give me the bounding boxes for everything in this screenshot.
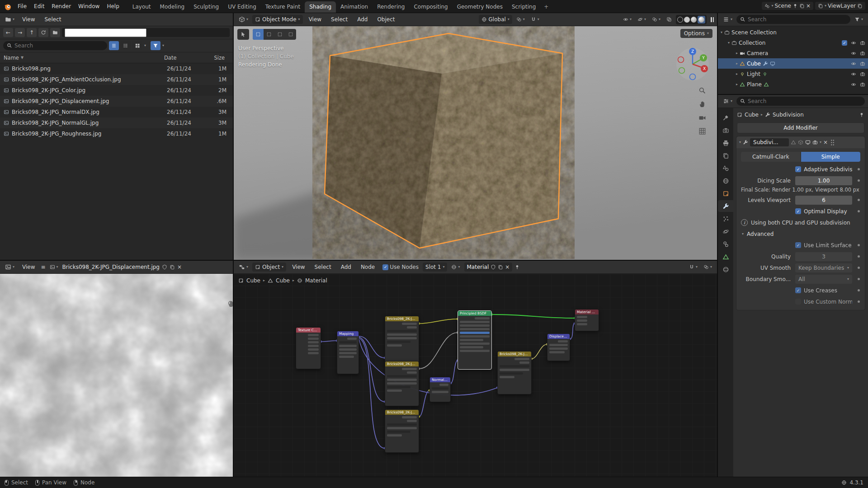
outliner-row-scene-collection[interactable]: ▾ Scene Collection	[718, 27, 868, 38]
column-size[interactable]: Size	[203, 55, 229, 61]
simple-button[interactable]: Simple	[801, 152, 861, 162]
animate-dot[interactable]	[858, 199, 860, 201]
node-principled-bsdf[interactable]: Principled BSDF	[458, 310, 492, 370]
disable-render-icon[interactable]	[860, 61, 865, 66]
animate-dot[interactable]	[858, 289, 860, 291]
select-mode-invert[interactable]	[285, 29, 296, 40]
gizmos-dropdown[interactable]: ▾	[636, 15, 648, 23]
unlink-material-icon[interactable]: ×	[505, 264, 509, 270]
add-workspace-button[interactable]: +	[540, 1, 552, 13]
file-row[interactable]: Bricks098_2K-JPG_AmbientOcclusion.jpg 26…	[0, 74, 233, 85]
boundary-smooth-select[interactable]: All ▾	[795, 275, 852, 284]
shading-rendered-button[interactable]	[698, 16, 705, 23]
disable-render-icon[interactable]	[860, 71, 865, 77]
levels-viewport-value[interactable]: 6	[795, 196, 852, 205]
file-list[interactable]: Bricks098.png 26/11/24 1M Bricks098_2K-J…	[0, 63, 233, 260]
use-creases-checkbox[interactable]: ✓	[795, 287, 801, 293]
pin-icon[interactable]	[514, 264, 520, 270]
file-row[interactable]: Bricks098_2K-JPG_Displacement.jpg 26/11/…	[0, 96, 233, 107]
chevron-down-icon[interactable]: ▾	[144, 44, 146, 47]
network-globe-icon[interactable]	[841, 480, 847, 485]
slot-selector[interactable]: Slot 1 ▾	[423, 263, 447, 272]
animate-dot[interactable]	[858, 179, 860, 182]
adaptive-subdivision-checkbox[interactable]: ✓	[795, 166, 801, 172]
menu-node[interactable]: Node	[357, 261, 378, 273]
breadcrumb-object[interactable]: Cube	[246, 277, 260, 284]
editor-type-button[interactable]: ▾	[237, 263, 250, 272]
up-button[interactable]: ↑	[27, 28, 37, 37]
tab-render[interactable]	[718, 124, 733, 136]
hide-eye-icon[interactable]	[851, 61, 856, 66]
image-name[interactable]: Bricks098_2K-JPG_Displacement.jpg	[62, 264, 160, 270]
shading-material-button[interactable]	[691, 17, 697, 23]
outliner-row-camera[interactable]: ▸ Camera	[718, 48, 868, 58]
expand-icon[interactable]: ▾	[728, 41, 730, 45]
workspace-tab-uv-editing[interactable]: UV Editing	[223, 1, 261, 13]
expand-icon[interactable]: ▾	[721, 31, 722, 34]
breadcrumb-material[interactable]: Material	[305, 277, 327, 284]
outliner-search[interactable]	[736, 15, 850, 24]
pin-icon[interactable]	[793, 3, 798, 9]
menu-select[interactable]: Select	[41, 13, 65, 26]
workspace-tab-compositing[interactable]: Compositing	[409, 1, 452, 13]
animate-dot[interactable]	[858, 267, 860, 269]
optimal-display-checkbox[interactable]: ✓	[795, 208, 801, 214]
pan-hand-icon[interactable]	[698, 100, 706, 108]
shading-wireframe-button[interactable]	[677, 17, 683, 23]
select-box-tool[interactable]	[237, 29, 249, 40]
disable-render-icon[interactable]	[860, 82, 865, 87]
outliner-search-input[interactable]	[748, 16, 847, 23]
directory-path-field[interactable]	[62, 28, 230, 37]
workspace-tab-texture-paint[interactable]: Texture Paint	[261, 1, 305, 13]
back-button[interactable]: ←	[3, 28, 13, 37]
node-image-texture-color[interactable]: Bricks098_2K-JPG_Color	[385, 316, 419, 363]
menu-select[interactable]: Select	[311, 261, 335, 273]
display-mode-thumbnails[interactable]	[132, 41, 142, 50]
tab-world[interactable]	[718, 175, 733, 187]
node-texture-coordinate[interactable]: Texture Coordinate	[296, 327, 321, 369]
shader-type-selector[interactable]: Object ▾	[252, 263, 286, 272]
dicing-scale-value[interactable]: 1.00	[795, 176, 852, 185]
viewport-canvas[interactable]: Options ▾ User Perspective (1) Collectio…	[234, 26, 717, 260]
file-row[interactable]: Bricks098_2K-JPG_NormalGL.jpg 26/11/24 3…	[0, 117, 233, 128]
hide-eye-icon[interactable]	[851, 71, 856, 77]
workspace-tab-geometry-nodes[interactable]: Geometry Nodes	[453, 1, 507, 13]
overlays-dropdown[interactable]: ▾	[650, 15, 662, 23]
animate-dot[interactable]	[858, 210, 860, 212]
editor-type-button[interactable]: ▾	[721, 15, 734, 24]
menu-window[interactable]: Window	[75, 0, 103, 13]
disable-render-icon[interactable]	[860, 40, 865, 46]
breadcrumb-modifier[interactable]: Subdivision	[773, 112, 804, 118]
workspace-tab-modeling[interactable]: Modeling	[156, 1, 189, 13]
tab-constraints[interactable]	[718, 238, 733, 250]
column-date[interactable]: Date	[164, 55, 203, 61]
node-displacement[interactable]: Displacement	[547, 333, 570, 361]
duplicate-image-icon[interactable]	[170, 264, 175, 270]
zoom-icon[interactable]	[698, 87, 706, 94]
file-row[interactable]: Bricks098.png 26/11/24 1M	[0, 63, 233, 74]
new-view-layer-icon[interactable]	[857, 3, 863, 9]
hide-eye-icon[interactable]	[851, 40, 856, 46]
view-layer-selector[interactable]: ▾ ViewLayer	[815, 2, 865, 10]
node-graph-canvas[interactable]: Cube ▸ Cube ▸ Material	[234, 274, 717, 477]
fake-user-shield-icon[interactable]	[491, 264, 496, 270]
directory-path-input[interactable]	[65, 28, 146, 37]
catmull-clark-button[interactable]: Catmull-Clark	[741, 152, 801, 162]
menu-view[interactable]: View	[305, 13, 325, 26]
node-material-output[interactable]: Material Output	[575, 309, 599, 331]
unlink-scene-icon[interactable]: ×	[806, 3, 811, 9]
disable-render-icon[interactable]	[860, 51, 865, 56]
duplicate-material-icon[interactable]	[498, 264, 503, 270]
node-image-texture-displacement[interactable]: Bricks098_2K-JPG_Displacement	[497, 351, 532, 394]
use-custom-normals-checkbox[interactable]	[795, 299, 801, 305]
outliner-filter-button[interactable]: ▾	[853, 15, 865, 23]
hide-eye-icon[interactable]	[851, 82, 856, 87]
transform-orientation-selector[interactable]: Global ▾	[479, 15, 512, 24]
collection-checkbox[interactable]: ✓	[842, 40, 847, 46]
use-nodes-checkbox[interactable]: ✓ Use Nodes	[381, 263, 420, 272]
animate-dot[interactable]	[858, 278, 860, 280]
modifier-name-field[interactable]: Subdivi...	[750, 138, 789, 146]
outliner-row-collection[interactable]: ▾ Collection ✓	[718, 38, 868, 48]
menu-render[interactable]: Render	[48, 0, 75, 13]
mode-selector[interactable]: Object Mode ▾	[252, 15, 303, 24]
